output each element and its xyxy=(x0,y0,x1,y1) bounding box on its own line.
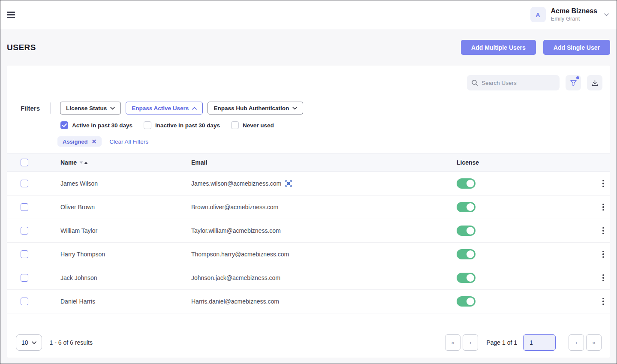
next-page-button[interactable]: › xyxy=(569,334,584,351)
add-single-user-button[interactable]: Add Single User xyxy=(543,40,610,55)
table-header-row: Name Email License xyxy=(7,153,610,172)
search-icon xyxy=(471,79,478,86)
select-all-checkbox[interactable] xyxy=(21,159,28,166)
active-filters-row: Assigned ✕ Clear All Filters xyxy=(57,136,610,147)
table-toolbar xyxy=(7,75,602,90)
user-email: Harris.daniel@acmebizness.com xyxy=(191,298,279,305)
row-actions-menu[interactable] xyxy=(598,226,608,236)
toggle-knob xyxy=(467,274,474,282)
page-size-select[interactable]: 10 xyxy=(16,334,42,351)
filter-icon xyxy=(570,79,577,87)
dropdown-label: Enpass Active Users xyxy=(132,105,189,111)
clear-all-filters-link[interactable]: Clear All Filters xyxy=(109,138,148,145)
account-menu[interactable]: A Acme Bizness Emily Grant xyxy=(530,7,609,22)
user-email: Thompson.harry@acmebizness.com xyxy=(191,251,289,258)
filter-dropdown-enpass-active-users[interactable]: Enpass Active Users xyxy=(126,102,203,114)
row-actions-menu[interactable] xyxy=(598,178,608,189)
filter-option-active-in-past-30-days[interactable]: Active in past 30 days xyxy=(60,121,132,129)
row-checkbox[interactable] xyxy=(21,250,28,258)
license-toggle[interactable] xyxy=(457,273,476,283)
filters-row: Filters License StatusEnpass Active User… xyxy=(21,102,610,114)
license-toggle[interactable] xyxy=(457,296,476,307)
table-row: Jack JohnsonJohnson.jack@acmebizness.com xyxy=(7,266,610,290)
user-name: William Taylor xyxy=(60,227,97,234)
user-name: Harry Thompson xyxy=(60,251,105,258)
checkbox[interactable] xyxy=(144,121,151,129)
license-toggle[interactable] xyxy=(457,226,476,236)
table-row: Oliver BrownBrown.oliver@acmebizness.com xyxy=(7,196,610,219)
filter-option-never-used[interactable]: Never used xyxy=(231,121,274,129)
users-table: Name Email License James WilsonJames.wil… xyxy=(7,153,610,313)
hub-icon xyxy=(285,180,292,187)
previous-page-button[interactable]: ‹ xyxy=(463,334,478,351)
filters-label: Filters xyxy=(21,105,40,112)
filter-dropdowns: License StatusEnpass Active UsersEnpass … xyxy=(60,102,303,114)
row-checkbox[interactable] xyxy=(21,180,28,187)
table-row: Daniel HarrisHarris.daniel@acmebizness.c… xyxy=(7,290,610,313)
search-input[interactable] xyxy=(482,80,555,86)
row-checkbox[interactable] xyxy=(21,274,28,282)
menu-icon[interactable] xyxy=(7,10,15,19)
user-email: Brown.oliver@acmebizness.com xyxy=(191,204,278,211)
toggle-knob xyxy=(467,203,474,211)
user-name: Oliver Brown xyxy=(60,204,95,211)
user-name: Emily Grant xyxy=(551,15,598,22)
column-header-email: Email xyxy=(191,159,207,166)
row-checkbox[interactable] xyxy=(21,203,28,211)
dropdown-label: Enpass Hub Authentication xyxy=(214,105,289,111)
last-page-button[interactable]: » xyxy=(586,334,602,351)
chevron-down-icon xyxy=(292,107,297,110)
close-icon[interactable]: ✕ xyxy=(92,138,97,144)
filter-option-inactive-in-past-30-days[interactable]: Inactive in past 30 days xyxy=(144,121,220,129)
chevron-down-icon xyxy=(604,13,609,16)
toggle-knob xyxy=(467,227,474,235)
checkbox[interactable] xyxy=(231,121,239,129)
first-page-button[interactable]: « xyxy=(445,334,460,351)
page-number-input[interactable] xyxy=(523,334,556,351)
option-label: Inactive in past 30 days xyxy=(155,122,220,129)
checkbox[interactable] xyxy=(60,121,68,129)
filter-dropdown-license-status[interactable]: License Status xyxy=(60,102,121,114)
column-header-license: License xyxy=(457,159,479,166)
license-toggle[interactable] xyxy=(457,202,476,212)
page-indicator: Page 1 of 1 xyxy=(486,339,517,346)
filter-dropdown-enpass-hub-authentication[interactable]: Enpass Hub Authentication xyxy=(208,102,303,114)
table-footer: 10 1 - 6 of 6 results « ‹ Page 1 of 1 › … xyxy=(7,334,610,358)
results-count: 1 - 6 of 6 results xyxy=(50,339,93,346)
add-multiple-users-button[interactable]: Add Multiple Users xyxy=(461,40,536,55)
row-actions-menu[interactable] xyxy=(598,273,608,283)
sort-asc-icon xyxy=(84,161,88,164)
chip-label: Assigned xyxy=(63,138,88,145)
download-button[interactable] xyxy=(587,75,602,90)
row-actions-menu[interactable] xyxy=(598,202,608,213)
license-toggle[interactable] xyxy=(457,249,476,259)
sort-control[interactable] xyxy=(79,161,88,164)
toggle-knob xyxy=(467,298,474,305)
download-icon xyxy=(591,79,599,87)
column-header-name: Name xyxy=(60,159,77,166)
user-name: Daniel Harris xyxy=(60,298,95,305)
search-box xyxy=(467,75,560,90)
table-row: Harry ThompsonThompson.harry@acmebizness… xyxy=(7,243,610,266)
filter-chip-assigned[interactable]: Assigned ✕ xyxy=(57,136,102,147)
row-actions-menu[interactable] xyxy=(598,296,608,307)
toggle-knob xyxy=(467,250,474,258)
filter-button[interactable] xyxy=(566,75,581,90)
topbar: A Acme Bizness Emily Grant xyxy=(0,0,617,29)
divider xyxy=(50,102,51,114)
filter-options-row: Active in past 30 daysInactive in past 3… xyxy=(60,121,610,129)
toggle-knob xyxy=(467,180,474,187)
row-checkbox[interactable] xyxy=(21,227,28,235)
user-email: Taylor.william@acmebizness.com xyxy=(191,227,281,234)
chevron-down-icon xyxy=(110,107,115,110)
page-size-value: 10 xyxy=(21,339,28,346)
row-actions-menu[interactable] xyxy=(598,249,608,260)
user-email: James.wilson@acmebizness.com xyxy=(191,180,281,187)
user-email: Johnson.jack@acmebizness.com xyxy=(191,274,280,281)
avatar: A xyxy=(530,7,546,22)
user-name: James Wilson xyxy=(60,180,98,187)
table-body: James WilsonJames.wilson@acmebizness.com… xyxy=(7,172,610,313)
license-toggle[interactable] xyxy=(457,178,476,189)
row-checkbox[interactable] xyxy=(21,298,28,305)
user-name: Jack Johnson xyxy=(60,274,97,281)
